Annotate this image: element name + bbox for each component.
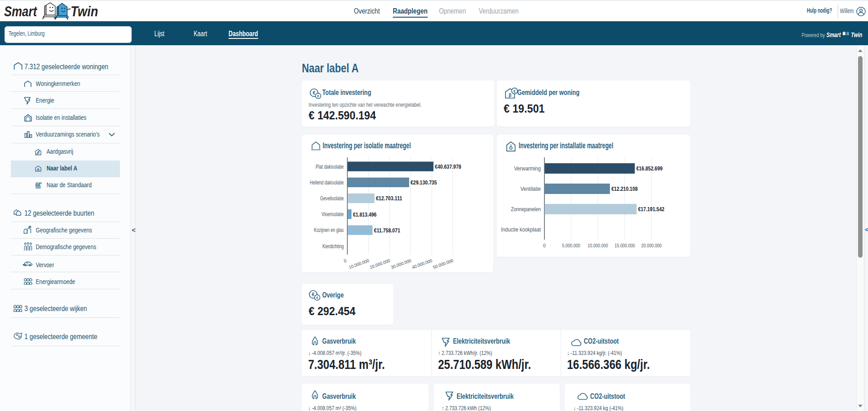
svg-text:30.000.000: 30.000.000 — [390, 258, 412, 270]
svg-text:€29.130.735: €29.130.735 — [410, 179, 437, 186]
svg-text:Verwarming: Verwarming — [514, 165, 541, 172]
svg-text:Zonnepanelen: Zonnepanelen — [511, 206, 541, 213]
svg-text:40.000.000: 40.000.000 — [411, 258, 433, 270]
svg-text:€1.813.496: €1.813.496 — [353, 211, 377, 218]
svg-text:Vloerisolatie: Vloerisolatie — [322, 211, 344, 217]
svg-text:0: 0 — [543, 243, 546, 248]
svg-text:€16.852.699: €16.852.699 — [636, 165, 663, 172]
svg-text:50.000.000: 50.000.000 — [432, 258, 454, 270]
svg-text:€11.758.071: €11.758.071 — [374, 227, 400, 234]
svg-text:€: € — [313, 90, 315, 95]
svg-text:5.000.000: 5.000.000 — [562, 243, 580, 248]
svg-text:Plat dakisolatie: Plat dakisolatie — [316, 164, 344, 170]
svg-text:€12.703.111: €12.703.111 — [376, 195, 402, 202]
svg-text:€: € — [513, 89, 515, 94]
svg-text:€40.637.978: €40.637.978 — [435, 163, 461, 170]
svg-text:€: € — [317, 94, 320, 98]
svg-text:Kierdichting: Kierdichting — [323, 243, 344, 250]
svg-text:Ventilatie: Ventilatie — [520, 186, 541, 192]
svg-text:20.000.000: 20.000.000 — [641, 243, 662, 248]
svg-text:0: 0 — [343, 258, 347, 263]
svg-text:20.000.000: 20.000.000 — [369, 258, 391, 270]
svg-text:Hellend dakisolatie: Hellend dakisolatie — [310, 180, 344, 186]
svg-text:10.000.000: 10.000.000 — [348, 258, 370, 270]
svg-text:A: A — [37, 167, 40, 171]
svg-text:Gevelisolatie: Gevelisolatie — [320, 195, 344, 202]
svg-text:Kozijnen en glas: Kozijnen en glas — [314, 227, 344, 233]
svg-text:€: € — [312, 292, 315, 297]
svg-text:€17.191.542: €17.191.542 — [638, 206, 664, 213]
svg-text:Inductie kookplaat: Inductie kookplaat — [501, 227, 541, 233]
svg-text:€: € — [316, 296, 319, 300]
svg-text:€12.210.108: €12.210.108 — [611, 185, 638, 192]
svg-text:β: β — [509, 93, 511, 98]
svg-text:10.000.000: 10.000.000 — [588, 243, 608, 248]
svg-text:15.000.000: 15.000.000 — [615, 243, 635, 248]
